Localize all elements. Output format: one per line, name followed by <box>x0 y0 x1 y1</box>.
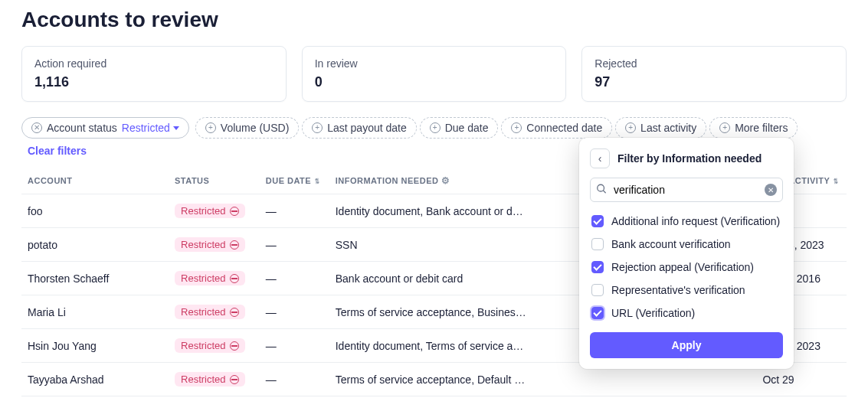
plus-icon: + <box>205 122 216 133</box>
sort-icon: ⇅ <box>834 177 839 185</box>
filter-option[interactable]: Rejection appeal (Verification) <box>590 256 783 279</box>
pill-label: Connected date <box>526 122 602 134</box>
summary-label: Rejected <box>594 57 834 70</box>
status-badge: Restricted <box>175 338 245 353</box>
clear-search-icon[interactable]: ✕ <box>765 184 777 196</box>
status-badge: Restricted <box>175 237 245 252</box>
popover-title: Filter by Information needed <box>617 152 762 165</box>
summary-row: Action required1,116In review0Rejected97 <box>21 46 847 102</box>
minus-circle-icon <box>230 240 239 250</box>
option-label: Representative's verification <box>611 284 745 296</box>
cell-status: Restricted <box>169 295 260 329</box>
search-icon <box>596 184 607 197</box>
apply-button[interactable]: Apply <box>590 332 783 358</box>
cell-info: Identity document, Bank account or d… <box>329 194 570 228</box>
chevron-down-icon <box>173 126 179 130</box>
summary-label: Action required <box>34 57 274 70</box>
cell-info: Terms of service acceptance, Default … <box>329 363 570 396</box>
option-label: Additional info request (Verification) <box>611 215 780 227</box>
cell-info: Terms of service acceptance, Busines… <box>329 295 570 329</box>
cell-due: — <box>260 228 329 262</box>
checkbox[interactable] <box>591 284 604 296</box>
filter-option[interactable]: Representative's verification <box>590 279 783 302</box>
pill-label: Last activity <box>640 122 696 134</box>
filter-option[interactable]: Additional info request (Verification) <box>590 210 783 233</box>
status-badge: Restricted <box>175 271 245 285</box>
col-info-needed[interactable]: Information needed⚙ <box>329 168 570 194</box>
plus-icon: + <box>511 122 522 133</box>
summary-value: 97 <box>594 74 834 90</box>
filter-value: Restricted <box>122 122 170 134</box>
option-label: URL (Verification) <box>611 307 695 319</box>
add-filter-pill[interactable]: +More filters <box>709 117 798 139</box>
filter-search-input[interactable] <box>590 178 783 202</box>
add-filter-pill[interactable]: +Last payout date <box>302 117 417 139</box>
clear-filters-link[interactable]: Clear filters <box>28 145 87 157</box>
checkbox[interactable] <box>591 307 604 319</box>
minus-circle-icon <box>230 308 239 317</box>
minus-circle-icon <box>230 207 239 216</box>
col-status[interactable]: Status <box>169 168 260 194</box>
option-label: Rejection appeal (Verification) <box>611 261 754 273</box>
filter-popover: ‹ Filter by Information needed ✕ Additio… <box>579 138 794 369</box>
pill-label: Last payout date <box>327 122 407 134</box>
cell-status: Restricted <box>169 363 260 396</box>
add-filter-pill[interactable]: +Volume (USD) <box>195 117 299 139</box>
filter-option[interactable]: Bank account verification <box>590 233 783 256</box>
status-badge: Restricted <box>175 204 245 218</box>
pill-label: More filters <box>735 122 788 134</box>
filter-option[interactable]: URL (Verification) <box>590 302 783 325</box>
chevron-left-icon: ‹ <box>598 152 602 165</box>
filter-label: Account status <box>47 122 117 134</box>
minus-circle-icon <box>230 341 239 351</box>
cell-status: Restricted <box>169 329 260 363</box>
back-button[interactable]: ‹ <box>590 148 610 168</box>
add-filter-pill[interactable]: +Last activity <box>615 117 706 139</box>
svg-line-1 <box>604 191 606 193</box>
status-badge: Restricted <box>175 372 245 387</box>
checkbox[interactable] <box>591 238 604 250</box>
summary-label: In review <box>315 57 554 70</box>
summary-value: 0 <box>315 74 554 90</box>
summary-card[interactable]: Rejected97 <box>581 46 847 102</box>
filter-account-status[interactable]: ✕ Account status Restricted <box>21 117 189 139</box>
cell-due: — <box>260 329 329 363</box>
cell-account: potato <box>21 228 169 262</box>
cell-due: — <box>260 262 329 295</box>
cell-info: SSN <box>329 228 570 262</box>
cell-account: foo <box>21 194 169 228</box>
pill-label: Due date <box>445 122 489 134</box>
remove-icon: ✕ <box>31 122 42 133</box>
minus-circle-icon <box>230 375 239 384</box>
cell-status: Restricted <box>169 194 260 228</box>
col-due-date[interactable]: Due date⇅ <box>260 168 329 194</box>
gear-icon: ⚙ <box>441 175 450 186</box>
add-filter-pill[interactable]: +Due date <box>420 117 499 139</box>
summary-card[interactable]: Action required1,116 <box>21 46 287 102</box>
pill-label: Volume (USD) <box>221 122 289 134</box>
cell-due: — <box>260 363 329 396</box>
summary-value: 1,116 <box>34 74 274 90</box>
checkbox[interactable] <box>591 261 604 273</box>
cell-info: Bank account or debit card <box>329 262 570 295</box>
cell-due: — <box>260 194 329 228</box>
status-badge: Restricted <box>175 305 245 319</box>
cell-account: Hsin Jou Yang <box>21 329 169 363</box>
minus-circle-icon <box>230 274 239 283</box>
cell-info: Identity document, Terms of service a… <box>329 329 570 363</box>
cell-account: Tayyaba Arshad <box>21 363 169 396</box>
checkbox[interactable] <box>591 215 604 227</box>
add-filter-pill[interactable]: +Connected date <box>501 117 612 139</box>
plus-icon: + <box>719 122 730 133</box>
col-account[interactable]: Account <box>21 168 169 194</box>
plus-icon: + <box>625 122 636 133</box>
page-title: Accounts to review <box>21 8 847 32</box>
cell-account: Thorsten Schaeff <box>21 262 169 295</box>
plus-icon: + <box>430 122 441 133</box>
cell-status: Restricted <box>169 228 260 262</box>
cell-status: Restricted <box>169 262 260 295</box>
summary-card[interactable]: In review0 <box>302 46 567 102</box>
option-label: Bank account verification <box>611 238 731 250</box>
plus-icon: + <box>312 122 323 133</box>
cell-due: — <box>260 295 329 329</box>
